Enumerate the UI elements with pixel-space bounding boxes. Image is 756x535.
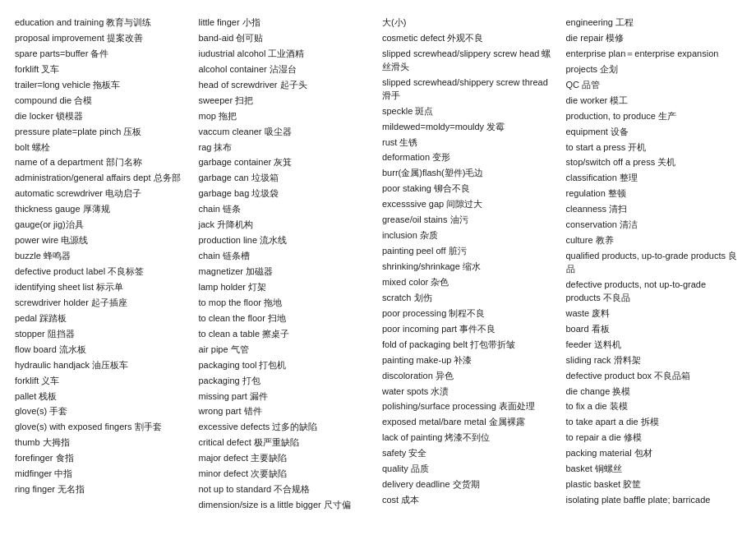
list-item: glove(s) with exposed fingers 割手套 bbox=[15, 421, 191, 434]
list-item: ring finger 无名指 bbox=[15, 483, 191, 496]
list-item: cost 成本 bbox=[382, 494, 558, 507]
list-item: name of a department 部门名称 bbox=[15, 156, 191, 169]
list-item: sliding rack 滑料架 bbox=[566, 354, 742, 367]
list-item: dimension/size is a little bigger 尺寸偏 bbox=[199, 499, 375, 512]
list-item: safety 安全 bbox=[382, 447, 558, 460]
list-item: critical defect 极严重缺陷 bbox=[199, 436, 375, 450]
list-item: packaging 打包 bbox=[199, 375, 375, 388]
list-item: thickness gauge 厚薄规 bbox=[15, 203, 191, 216]
list-item: garbage can 垃圾箱 bbox=[199, 172, 375, 185]
list-item: little finger 小指 bbox=[199, 16, 375, 30]
list-item: to repair a die 修模 bbox=[566, 431, 742, 445]
list-item: projects 企划 bbox=[566, 63, 742, 76]
main-grid: education and training 教育与训练proposal imp… bbox=[15, 16, 741, 512]
list-item: hydraulic handjack 油压板车 bbox=[15, 359, 191, 372]
list-item: jack 升降机构 bbox=[199, 219, 375, 232]
list-item: slipped screwhead/shippery screw thread … bbox=[382, 76, 558, 103]
column-1: little finger 小指band-aid 创可贴iudustrial a… bbox=[199, 16, 375, 512]
list-item: stopper 阻挡器 bbox=[15, 328, 191, 341]
list-item: to clean the floor 扫地 bbox=[199, 312, 375, 325]
list-item: delivery deadline 交货期 bbox=[382, 478, 558, 491]
list-item: inclusion 杂质 bbox=[382, 229, 558, 242]
list-item: chain 链条槽 bbox=[199, 250, 375, 263]
list-item: equipment 设备 bbox=[566, 126, 742, 139]
list-item: power wire 电源线 bbox=[15, 234, 191, 247]
list-item: flow board 流水板 bbox=[15, 344, 191, 357]
list-item: die worker 模工 bbox=[566, 95, 742, 108]
list-item: identifying sheet list 标示单 bbox=[15, 281, 191, 294]
list-item: qualified products, up-to-grade products… bbox=[566, 250, 742, 276]
list-item: feeder 送料机 bbox=[566, 339, 742, 352]
list-item: painting make-up 补漆 bbox=[382, 354, 558, 367]
list-item: poor incoming part 事件不良 bbox=[382, 323, 558, 336]
list-item: lamp holder 灯架 bbox=[199, 281, 375, 294]
list-item: waste 废料 bbox=[566, 307, 742, 321]
list-item: pallet 栈板 bbox=[15, 390, 191, 404]
list-item: shrinking/shrinkage 缩水 bbox=[382, 261, 558, 274]
list-item: speckle 斑点 bbox=[382, 105, 558, 118]
list-item: defective products, not up-to-grade prod… bbox=[566, 279, 742, 305]
list-item: major defect 主要缺陷 bbox=[199, 452, 375, 465]
list-item: defective product box 不良品箱 bbox=[566, 370, 742, 383]
list-item: plastic basket 胶筐 bbox=[566, 478, 742, 491]
list-item: lack of painting 烤漆不到位 bbox=[382, 431, 558, 445]
list-item: production, to produce 生产 bbox=[566, 110, 742, 123]
list-item: quality 品质 bbox=[382, 463, 558, 476]
list-item: mop 拖把 bbox=[199, 110, 375, 123]
list-item: isolating plate baffle plate; barricade bbox=[566, 494, 742, 507]
list-item: engineering 工程 bbox=[566, 16, 742, 30]
list-item: cosmetic defect 外观不良 bbox=[382, 32, 558, 45]
list-item: fold of packaging belt 打包带折皱 bbox=[382, 339, 558, 352]
list-item: excessive defects 过多的缺陷 bbox=[199, 421, 375, 434]
list-item: automatic screwdriver 电动启子 bbox=[15, 187, 191, 201]
list-item: poor processing 制程不良 bbox=[382, 307, 558, 321]
list-item: defective product label 不良标签 bbox=[15, 265, 191, 279]
column-0: education and training 教育与训练proposal imp… bbox=[15, 16, 191, 512]
list-item: chain 链条 bbox=[199, 203, 375, 216]
list-item: forklift 义车 bbox=[15, 375, 191, 388]
list-item: compound die 合模 bbox=[15, 95, 191, 108]
list-item: poor staking 铆合不良 bbox=[382, 182, 558, 196]
list-item: cleanness 清扫 bbox=[566, 203, 742, 216]
list-item: enterprise plan＝enterprise expansion bbox=[566, 48, 742, 61]
list-item: production line 流水线 bbox=[199, 234, 375, 247]
list-item: minor defect 次要缺陷 bbox=[199, 468, 375, 481]
list-item: grease/oil stains 油污 bbox=[382, 214, 558, 227]
list-item: proposal improvement 提案改善 bbox=[15, 32, 191, 45]
list-item: packing material 包材 bbox=[566, 447, 742, 460]
list-item: to take apart a die 拆模 bbox=[566, 416, 742, 429]
list-item: forklift 叉车 bbox=[15, 63, 191, 76]
list-item: slipped screwhead/slippery screw head 螺丝… bbox=[382, 48, 558, 74]
list-item: iudustrial alcohol 工业酒精 bbox=[199, 48, 375, 61]
list-item: to clean a table 擦桌子 bbox=[199, 328, 375, 341]
list-item: band-aid 创可贴 bbox=[199, 32, 375, 45]
list-item: glove(s) 手套 bbox=[15, 405, 191, 418]
list-item: administration/general affairs dept 总务部 bbox=[15, 172, 191, 185]
list-item: basket 铜螺丝 bbox=[566, 463, 742, 476]
list-item: head of screwdriver 起子头 bbox=[199, 79, 375, 92]
list-item: board 看板 bbox=[566, 323, 742, 336]
list-item: rag 抹布 bbox=[199, 141, 375, 155]
list-item: rust 生锈 bbox=[382, 136, 558, 150]
list-item: buzzle 蜂鸣器 bbox=[15, 250, 191, 263]
list-item: screwdriver holder 起子插座 bbox=[15, 297, 191, 310]
list-item: spare parts=buffer 备件 bbox=[15, 48, 191, 61]
list-item: garbage container 灰箕 bbox=[199, 156, 375, 169]
list-item: pressure plate=plate pinch 压板 bbox=[15, 126, 191, 139]
list-item: magnetizer 加磁器 bbox=[199, 265, 375, 279]
column-3: engineering 工程die repair 模修enterprise pl… bbox=[566, 16, 742, 512]
list-item: mixed color 杂色 bbox=[382, 276, 558, 289]
list-item: mildewed=moldy=mouldy 发霉 bbox=[382, 121, 558, 134]
list-item: thumb 大拇指 bbox=[15, 436, 191, 450]
list-item: missing part 漏件 bbox=[199, 390, 375, 404]
list-item: not up to standard 不合规格 bbox=[199, 483, 375, 496]
list-item: alcohol container 沾湿台 bbox=[199, 63, 375, 76]
list-item: bolt 螺栓 bbox=[15, 141, 191, 155]
list-item: classification 整理 bbox=[566, 172, 742, 185]
list-item: midfinger 中指 bbox=[15, 468, 191, 481]
list-item: 大(小) bbox=[382, 16, 558, 30]
list-item: sweeper 扫把 bbox=[199, 95, 375, 108]
list-item: to start a press 开机 bbox=[566, 141, 742, 155]
list-item: deformation 变形 bbox=[382, 151, 558, 164]
list-item: QC 品管 bbox=[566, 79, 742, 92]
